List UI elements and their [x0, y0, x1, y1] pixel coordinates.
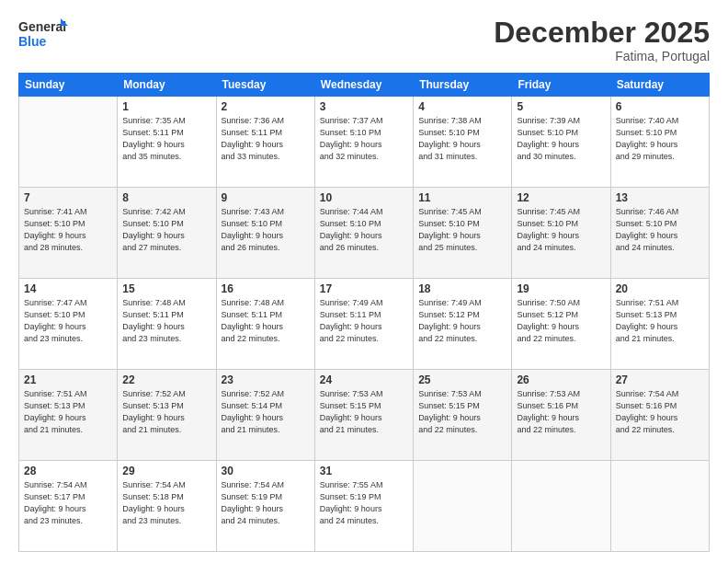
calendar-row: 7Sunrise: 7:41 AMSunset: 5:10 PMDaylight… — [19, 188, 710, 279]
day-number: 22 — [122, 373, 210, 386]
calendar-header: Sunday Monday Tuesday Wednesday Thursday… — [19, 74, 710, 97]
day-info: Sunrise: 7:51 AMSunset: 5:13 PMDaylight:… — [24, 388, 112, 436]
table-row: 1Sunrise: 7:35 AMSunset: 5:11 PMDaylight… — [118, 97, 216, 188]
table-row: 8Sunrise: 7:42 AMSunset: 5:10 PMDaylight… — [118, 188, 216, 279]
day-number: 30 — [222, 465, 310, 477]
table-row: 22Sunrise: 7:52 AMSunset: 5:13 PMDayligh… — [118, 370, 216, 461]
svg-text:Blue: Blue — [18, 34, 47, 49]
day-number: 26 — [517, 373, 605, 386]
day-info: Sunrise: 7:41 AMSunset: 5:10 PMDaylight:… — [24, 206, 112, 254]
month-title: December 2025 — [494, 17, 710, 49]
col-saturday: Saturday — [610, 74, 709, 97]
col-tuesday: Tuesday — [216, 74, 314, 97]
day-number: 12 — [517, 191, 605, 204]
table-row: 25Sunrise: 7:53 AMSunset: 5:15 PMDayligh… — [414, 370, 512, 461]
day-number: 10 — [320, 191, 408, 204]
day-info: Sunrise: 7:37 AMSunset: 5:10 PMDaylight:… — [320, 115, 408, 163]
day-number: 27 — [616, 373, 704, 386]
day-number: 8 — [122, 191, 210, 204]
table-row: 30Sunrise: 7:54 AMSunset: 5:19 PMDayligh… — [216, 461, 314, 552]
day-number: 25 — [418, 373, 506, 386]
day-info: Sunrise: 7:53 AMSunset: 5:15 PMDaylight:… — [418, 388, 506, 436]
day-info: Sunrise: 7:48 AMSunset: 5:11 PMDaylight:… — [222, 297, 310, 345]
day-info: Sunrise: 7:54 AMSunset: 5:19 PMDaylight:… — [222, 479, 310, 527]
title-block: December 2025 Fatima, Portugal — [494, 17, 710, 63]
day-info: Sunrise: 7:42 AMSunset: 5:10 PMDaylight:… — [122, 206, 210, 254]
day-number: 17 — [320, 282, 408, 295]
logo-svg: General Blue — [18, 17, 69, 52]
day-number: 14 — [24, 282, 112, 295]
table-row: 21Sunrise: 7:51 AMSunset: 5:13 PMDayligh… — [19, 370, 118, 461]
day-number: 13 — [616, 191, 704, 204]
page: General Blue December 2025 Fatima, Portu… — [0, 0, 728, 563]
day-info: Sunrise: 7:36 AMSunset: 5:11 PMDaylight:… — [222, 115, 310, 163]
day-number: 24 — [320, 373, 408, 386]
table-row: 11Sunrise: 7:45 AMSunset: 5:10 PMDayligh… — [414, 188, 512, 279]
table-row: 3Sunrise: 7:37 AMSunset: 5:10 PMDaylight… — [314, 97, 413, 188]
table-row — [610, 461, 709, 552]
day-number: 11 — [418, 191, 506, 204]
day-info: Sunrise: 7:43 AMSunset: 5:10 PMDaylight:… — [222, 206, 310, 254]
day-number: 6 — [616, 100, 704, 113]
table-row: 6Sunrise: 7:40 AMSunset: 5:10 PMDaylight… — [610, 97, 709, 188]
calendar-body: 1Sunrise: 7:35 AMSunset: 5:11 PMDaylight… — [19, 97, 710, 552]
day-info: Sunrise: 7:44 AMSunset: 5:10 PMDaylight:… — [320, 206, 408, 254]
table-row: 9Sunrise: 7:43 AMSunset: 5:10 PMDaylight… — [216, 188, 314, 279]
table-row: 4Sunrise: 7:38 AMSunset: 5:10 PMDaylight… — [414, 97, 512, 188]
day-number: 4 — [418, 100, 506, 113]
day-number: 19 — [517, 282, 605, 295]
day-info: Sunrise: 7:52 AMSunset: 5:14 PMDaylight:… — [222, 388, 310, 436]
day-info: Sunrise: 7:46 AMSunset: 5:10 PMDaylight:… — [616, 206, 704, 254]
day-info: Sunrise: 7:40 AMSunset: 5:10 PMDaylight:… — [616, 115, 704, 163]
table-row: 24Sunrise: 7:53 AMSunset: 5:15 PMDayligh… — [314, 370, 413, 461]
col-wednesday: Wednesday — [314, 74, 413, 97]
day-info: Sunrise: 7:45 AMSunset: 5:10 PMDaylight:… — [418, 206, 506, 254]
table-row: 13Sunrise: 7:46 AMSunset: 5:10 PMDayligh… — [610, 188, 709, 279]
day-info: Sunrise: 7:38 AMSunset: 5:10 PMDaylight:… — [418, 115, 506, 163]
col-sunday: Sunday — [19, 74, 118, 97]
day-number: 1 — [122, 100, 210, 113]
table-row: 31Sunrise: 7:55 AMSunset: 5:19 PMDayligh… — [314, 461, 413, 552]
day-info: Sunrise: 7:39 AMSunset: 5:10 PMDaylight:… — [517, 115, 605, 163]
day-number: 21 — [24, 373, 112, 386]
table-row: 23Sunrise: 7:52 AMSunset: 5:14 PMDayligh… — [216, 370, 314, 461]
calendar-row: 21Sunrise: 7:51 AMSunset: 5:13 PMDayligh… — [19, 370, 710, 461]
calendar-row: 1Sunrise: 7:35 AMSunset: 5:11 PMDaylight… — [19, 97, 710, 188]
table-row: 5Sunrise: 7:39 AMSunset: 5:10 PMDaylight… — [512, 97, 610, 188]
day-number: 5 — [517, 100, 605, 113]
table-row: 26Sunrise: 7:53 AMSunset: 5:16 PMDayligh… — [512, 370, 610, 461]
day-number: 28 — [24, 465, 112, 477]
table-row: 17Sunrise: 7:49 AMSunset: 5:11 PMDayligh… — [314, 279, 413, 370]
day-number: 9 — [222, 191, 310, 204]
day-info: Sunrise: 7:50 AMSunset: 5:12 PMDaylight:… — [517, 297, 605, 345]
day-number: 29 — [122, 465, 210, 477]
col-monday: Monday — [118, 74, 216, 97]
table-row — [414, 461, 512, 552]
table-row: 14Sunrise: 7:47 AMSunset: 5:10 PMDayligh… — [19, 279, 118, 370]
subtitle: Fatima, Portugal — [494, 49, 710, 63]
day-info: Sunrise: 7:48 AMSunset: 5:11 PMDaylight:… — [122, 297, 210, 345]
day-info: Sunrise: 7:52 AMSunset: 5:13 PMDaylight:… — [122, 388, 210, 436]
table-row: 19Sunrise: 7:50 AMSunset: 5:12 PMDayligh… — [512, 279, 610, 370]
day-number: 18 — [418, 282, 506, 295]
logo: General Blue — [18, 17, 69, 52]
day-number: 2 — [222, 100, 310, 113]
day-info: Sunrise: 7:54 AMSunset: 5:16 PMDaylight:… — [616, 388, 704, 436]
day-info: Sunrise: 7:54 AMSunset: 5:18 PMDaylight:… — [122, 479, 210, 527]
table-row — [19, 97, 118, 188]
day-info: Sunrise: 7:47 AMSunset: 5:10 PMDaylight:… — [24, 297, 112, 345]
day-number: 16 — [222, 282, 310, 295]
table-row: 16Sunrise: 7:48 AMSunset: 5:11 PMDayligh… — [216, 279, 314, 370]
day-info: Sunrise: 7:51 AMSunset: 5:13 PMDaylight:… — [616, 297, 704, 345]
svg-text:General: General — [18, 19, 66, 34]
table-row: 12Sunrise: 7:45 AMSunset: 5:10 PMDayligh… — [512, 188, 610, 279]
day-info: Sunrise: 7:35 AMSunset: 5:11 PMDaylight:… — [122, 115, 210, 163]
day-info: Sunrise: 7:54 AMSunset: 5:17 PMDaylight:… — [24, 479, 112, 527]
day-info: Sunrise: 7:55 AMSunset: 5:19 PMDaylight:… — [320, 479, 408, 527]
day-number: 20 — [616, 282, 704, 295]
day-number: 7 — [24, 191, 112, 204]
calendar-table: Sunday Monday Tuesday Wednesday Thursday… — [18, 73, 710, 552]
day-number: 23 — [222, 373, 310, 386]
day-info: Sunrise: 7:49 AMSunset: 5:11 PMDaylight:… — [320, 297, 408, 345]
day-info: Sunrise: 7:45 AMSunset: 5:10 PMDaylight:… — [517, 206, 605, 254]
